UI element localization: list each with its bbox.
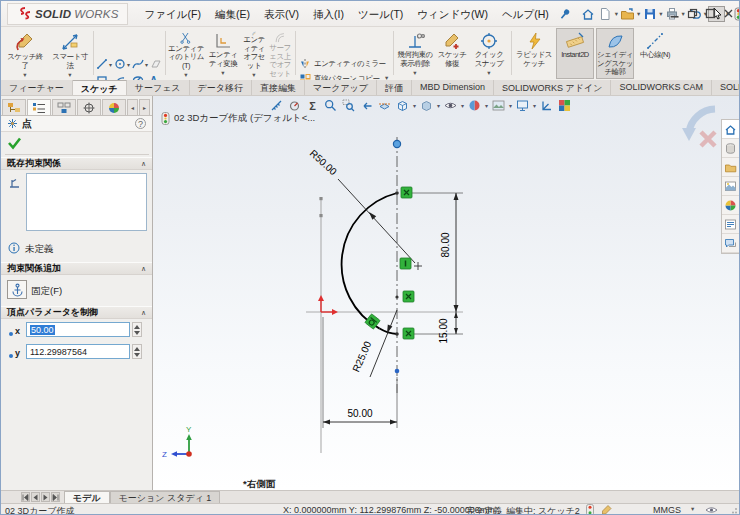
tab-feature[interactable]: フィーチャー xyxy=(1,80,73,95)
tab-surface[interactable]: サーフェス xyxy=(127,80,190,95)
model-tabs-first-icon[interactable] xyxy=(21,492,30,502)
dimension-50-text[interactable]: 50.00 xyxy=(347,408,372,419)
minimize-button[interactable] xyxy=(667,6,682,21)
motion-study-tab[interactable]: モーション スタディ 1 xyxy=(110,491,221,503)
menu-file[interactable]: ファイル(F) xyxy=(138,1,208,27)
smart-dimension-dropdown-icon[interactable]: ▾ xyxy=(68,71,71,78)
display-manager-tab[interactable] xyxy=(102,99,126,115)
file-explorer-tab[interactable] xyxy=(722,158,739,177)
repair-sketch-button[interactable]: スケッチ修復 xyxy=(435,28,469,79)
resize-grip[interactable] xyxy=(728,507,738,515)
cancel-sketch-icon[interactable] xyxy=(701,132,715,146)
tab-solidworks-cam[interactable]: SOLIDWORKS CAM xyxy=(611,80,712,95)
dimension-80-text[interactable]: 80.00 xyxy=(440,232,451,257)
convert-dropdown-icon[interactable]: ▾ xyxy=(221,69,224,76)
display-relations-button[interactable]: 幾何拘束の表示/削除 ▾ xyxy=(396,28,434,79)
sketch-point-bottom[interactable] xyxy=(395,369,400,374)
sketch-point-mid[interactable] xyxy=(395,295,398,298)
arc-endpoint-top[interactable] xyxy=(395,191,399,195)
line-tool-button[interactable]: ▾ xyxy=(96,57,112,71)
statusbar-unit-system[interactable]: MMGS xyxy=(653,505,681,515)
relations-dropdown-icon[interactable]: ▾ xyxy=(413,69,416,76)
quick-snaps-button[interactable]: クイックスナップ ▾ xyxy=(471,28,507,79)
new-document-icon[interactable] xyxy=(597,6,614,22)
restore-button[interactable] xyxy=(685,6,700,21)
tab-evaluate[interactable]: 評価 xyxy=(377,80,412,95)
menu-help[interactable]: ヘルプ(H) xyxy=(495,1,556,27)
circle-dropdown-icon[interactable]: ▾ xyxy=(127,61,130,68)
sketch-canvas[interactable]: R50.00 R25.00 80.00 xyxy=(153,96,740,490)
close-button[interactable] xyxy=(721,6,736,21)
tab-direct-edit[interactable]: 直接編集 xyxy=(252,80,305,95)
mirror-entities-button[interactable]: エンティティのミラー xyxy=(299,57,399,71)
arc-center-mark[interactable] xyxy=(414,262,422,270)
property-manager-tab[interactable] xyxy=(27,99,51,115)
tab-markup[interactable]: マークアップ xyxy=(305,80,377,95)
tab-data-migration[interactable]: データ移行 xyxy=(190,80,252,95)
fixed-relation-button[interactable] xyxy=(7,280,27,299)
dimxpert-manager-tab[interactable] xyxy=(77,99,101,115)
relation-marker-vertical[interactable] xyxy=(400,258,411,269)
add-relations-header[interactable]: 拘束関係追加 ∧ xyxy=(1,262,152,275)
pm-ok-button[interactable] xyxy=(7,136,22,152)
configuration-manager-tab[interactable] xyxy=(52,99,76,115)
open-document-icon[interactable] xyxy=(619,6,636,22)
custom-properties-tab[interactable] xyxy=(722,215,739,234)
vertex-parameters-collapse-icon[interactable]: ∧ xyxy=(141,309,146,317)
convert-entities-button[interactable]: エンティティ変換 ▾ xyxy=(206,28,240,79)
home-icon[interactable] xyxy=(580,6,597,22)
tab-sketch[interactable]: スケッチ xyxy=(73,80,127,95)
task-pane-home-tab[interactable] xyxy=(722,120,739,139)
panel-tabs-overflow-left[interactable]: ◂ xyxy=(127,99,138,115)
model-tabs-prev-icon[interactable] xyxy=(31,492,40,502)
x-coordinate-field[interactable]: 50.00 xyxy=(26,322,130,337)
line-dropdown-icon[interactable]: ▾ xyxy=(109,61,112,68)
dimension-15-text[interactable]: 15.00 xyxy=(438,318,449,343)
statusbar-rebuild-icon[interactable] xyxy=(586,504,594,515)
rapid-sketch-button[interactable]: ラピッドスケッチ xyxy=(514,28,554,79)
tab-solidworks-cam-tbm[interactable]: SOLIDWORKS CAM TBM xyxy=(712,80,740,95)
relation-marker-coincident-bottom[interactable] xyxy=(403,328,414,339)
menu-window[interactable]: ウィンドウ(W) xyxy=(410,1,495,27)
existing-relations-header[interactable]: 既存拘束関係 ∧ xyxy=(1,157,152,170)
solidworks-logo[interactable]: SOLIDWORKS xyxy=(7,3,128,25)
offset-dropdown-icon[interactable]: ▾ xyxy=(252,71,255,78)
menu-insert[interactable]: 挿入(I) xyxy=(306,1,351,27)
shaded-contours-button[interactable]: シェイディングスケッチ輪郭 xyxy=(596,28,634,79)
vertex-parameters-header[interactable]: 頂点パラメータを制御 ∧ xyxy=(1,306,152,319)
model-tabs-next-icon[interactable] xyxy=(41,492,50,502)
dimension-r50[interactable]: R50.00 xyxy=(308,148,415,263)
menu-view[interactable]: 表示(V) xyxy=(257,1,306,27)
centerline-button[interactable]: 中心線(N) xyxy=(636,28,674,79)
save-dropdown-icon[interactable]: ▾ xyxy=(659,10,662,18)
statusbar-sketch-icon[interactable] xyxy=(601,504,613,515)
trim-dropdown-icon[interactable]: ▾ xyxy=(184,71,187,78)
circle-tool-button[interactable]: ▾ xyxy=(114,57,130,71)
tab-mbd-dimension[interactable]: MBD Dimension xyxy=(412,80,494,95)
menu-edit[interactable]: 編集(E) xyxy=(208,1,257,27)
dimension-r50-text[interactable]: R50.00 xyxy=(308,148,340,178)
selected-sketch-point[interactable] xyxy=(393,140,400,147)
featuremanager-tree-tab[interactable] xyxy=(2,99,26,115)
maximize-button[interactable] xyxy=(703,6,718,21)
trim-entities-button[interactable]: エンティティのトリム(T) ▾ xyxy=(167,28,205,79)
add-relations-collapse-icon[interactable]: ∧ xyxy=(141,265,146,273)
pm-help-icon[interactable]: ? xyxy=(135,118,146,129)
statusbar-tag-icon[interactable] xyxy=(705,504,718,515)
view-palette-tab[interactable] xyxy=(722,177,739,196)
unit-system-dropdown-icon[interactable]: ▾ xyxy=(691,505,694,513)
forum-tab[interactable] xyxy=(722,234,739,253)
model-tabs-last-icon[interactable] xyxy=(51,492,60,502)
save-icon[interactable] xyxy=(641,6,658,22)
confirm-sketch-arrowhead[interactable] xyxy=(682,128,696,141)
panel-tabs-overflow-right[interactable]: ▸ xyxy=(139,99,150,115)
graphics-viewport[interactable]: Σ ▾ ▾ ▾ ▾ ▾ ▾ 02 3Dカーブ作成 (デフォルト<... xyxy=(153,96,740,490)
arc-endpoint-bottom[interactable] xyxy=(395,332,399,336)
offset-entities-button[interactable]: エンティティオフセット ▾ xyxy=(241,28,267,79)
new-document-dropdown-icon[interactable]: ▾ xyxy=(615,10,618,18)
spline-tool-button[interactable]: ▾ xyxy=(132,57,148,71)
design-library-tab[interactable] xyxy=(722,139,739,158)
model-tab[interactable]: モデル xyxy=(64,491,110,503)
y-coordinate-spinner[interactable] xyxy=(132,344,142,359)
exit-sketch-dropdown-icon[interactable]: ▾ xyxy=(23,71,26,78)
